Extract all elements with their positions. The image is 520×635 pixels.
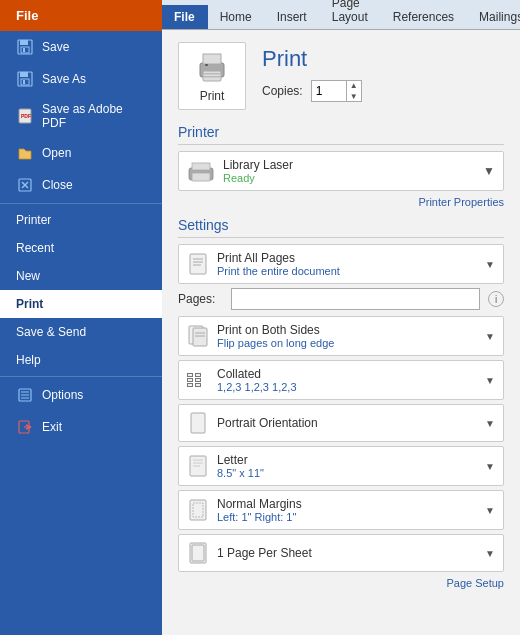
svg-rect-1 [20,40,28,45]
setting-per-sheet[interactable]: 1 Page Per Sheet ▼ [178,534,504,572]
svg-text:PDF: PDF [21,113,31,119]
save-as-icon [16,70,34,88]
sidebar-item-options[interactable]: Options [0,379,162,411]
portrait-main: Portrait Orientation [217,416,477,430]
new-label: New [16,269,40,283]
print-area: Print Print Copies: ▲ ▼ Printer [162,30,520,635]
sidebar-item-save[interactable]: Save [0,31,162,63]
printer-name: Library Laser [223,158,475,172]
print-all-pages-main: Print All Pages [217,251,477,265]
ribbon-tabs: File Home Insert Page Layout References … [162,0,520,30]
margins-arrow[interactable]: ▼ [485,505,495,516]
pages-label: Pages: [178,292,223,306]
page-setup-link[interactable]: Page Setup [447,577,505,589]
print-title: Print [262,46,504,72]
help-label: Help [16,353,41,367]
copies-label: Copies: [262,84,303,98]
svg-rect-35 [193,328,207,346]
pages-row: Pages: i [178,288,504,310]
divider-2 [0,376,162,377]
sidebar: File Save Save As PDF Save as Adobe PDF … [0,0,162,635]
setting-print-all-pages[interactable]: Print All Pages Print the entire documen… [178,244,504,284]
setting-margins[interactable]: Normal Margins Left: 1" Right: 1" ▼ [178,490,504,530]
per-sheet-text: 1 Page Per Sheet [217,546,477,560]
copies-spinner[interactable]: ▲ ▼ [346,80,361,102]
per-sheet-arrow[interactable]: ▼ [485,548,495,559]
pages-input[interactable] [231,288,480,310]
divider-1 [0,203,162,204]
setting-print-both-sides[interactable]: Print on Both Sides Flip pages on long e… [178,316,504,356]
collated-text: Collated 1,2,3 1,2,3 1,2,3 [217,367,477,393]
printer-properties-row: Printer Properties [178,195,504,209]
printer-small-icon [187,160,215,182]
copies-row: Copies: ▲ ▼ [262,80,504,102]
printer-status: Ready [223,172,475,184]
sidebar-item-save-pdf[interactable]: PDF Save as Adobe PDF [0,95,162,137]
setting-collated[interactable]: Collated 1,2,3 1,2,3 1,2,3 ▼ [178,360,504,400]
printer-row[interactable]: Library Laser Ready ▼ [178,151,504,191]
copies-input[interactable] [312,81,346,101]
sidebar-item-recent[interactable]: Recent [0,234,162,262]
sidebar-item-info[interactable]: Printer [0,206,162,234]
portrait-arrow[interactable]: ▼ [485,418,495,429]
svg-rect-26 [203,76,221,78]
sidebar-item-exit[interactable]: Exit [0,411,162,443]
close-menu-icon [16,176,34,194]
margins-sub: Left: 1" Right: 1" [217,511,477,523]
tab-references[interactable]: References [381,5,467,29]
main-content: File Home Insert Page Layout References … [162,0,520,635]
print-title-area: Print Copies: ▲ ▼ [262,42,504,102]
file-tab[interactable]: File [0,0,162,31]
print-all-pages-text: Print All Pages Print the entire documen… [217,251,477,277]
print-header: Print Print Copies: ▲ ▼ [178,42,504,110]
printer-dropdown-arrow[interactable]: ▼ [483,164,495,178]
sidebar-item-open[interactable]: Open [0,137,162,169]
sidebar-item-new[interactable]: New [0,262,162,290]
settings-section-title: Settings [178,217,504,238]
margins-text: Normal Margins Left: 1" Right: 1" [217,497,477,523]
save-pdf-label: Save as Adobe PDF [42,102,146,130]
save-icon [16,38,34,56]
tab-mailings[interactable]: Mailings [467,5,520,29]
svg-rect-24 [205,64,208,66]
options-label: Options [42,388,83,402]
printer-properties-link[interactable]: Printer Properties [418,196,504,208]
svg-rect-29 [192,173,210,181]
file-tab-label: File [16,8,38,23]
sidebar-item-help[interactable]: Help [0,346,162,374]
print-button[interactable]: Print [178,42,246,110]
sidebar-item-print[interactable]: Print [0,290,162,318]
svg-rect-5 [20,72,28,77]
letter-arrow[interactable]: ▼ [485,461,495,472]
print-all-pages-arrow[interactable]: ▼ [485,259,495,270]
per-sheet-main: 1 Page Per Sheet [217,546,477,560]
svg-rect-38 [191,413,205,433]
collated-arrow[interactable]: ▼ [485,375,495,386]
page-setup-row: Page Setup [178,576,504,590]
margins-icon [187,498,209,522]
printer-section-title: Printer [178,124,504,145]
pages-info-icon[interactable]: i [488,291,504,307]
close-label: Close [42,178,73,192]
print-both-sides-text: Print on Both Sides Flip pages on long e… [217,323,477,349]
margins-main: Normal Margins [217,497,477,511]
setting-letter[interactable]: Letter 8.5" x 11" ▼ [178,446,504,486]
sidebar-item-save-send[interactable]: Save & Send [0,318,162,346]
tab-home[interactable]: Home [208,5,265,29]
print-both-sides-arrow[interactable]: ▼ [485,331,495,342]
sidebar-item-save-as[interactable]: Save As [0,63,162,95]
copies-down[interactable]: ▼ [347,91,361,102]
setting-portrait[interactable]: Portrait Orientation ▼ [178,404,504,442]
portrait-text: Portrait Orientation [217,416,477,430]
tab-insert[interactable]: Insert [265,5,320,29]
sidebar-item-close[interactable]: Close [0,169,162,201]
tab-file[interactable]: File [162,5,208,29]
tab-page-layout[interactable]: Page Layout [320,0,381,29]
copies-up[interactable]: ▲ [347,80,361,91]
svg-rect-22 [203,54,221,64]
letter-sub: 8.5" x 11" [217,467,477,479]
letter-text: Letter 8.5" x 11" [217,453,477,479]
svg-rect-30 [190,254,206,274]
per-sheet-icon [187,541,209,565]
print-both-sides-main: Print on Both Sides [217,323,477,337]
